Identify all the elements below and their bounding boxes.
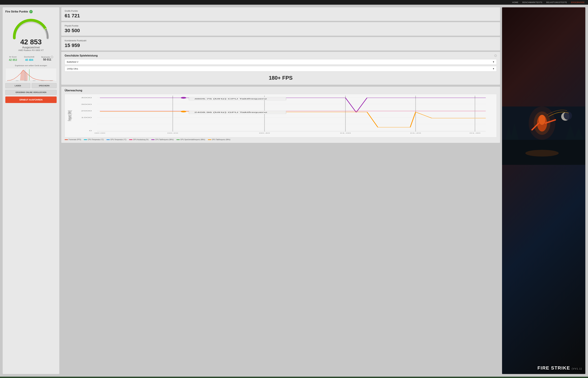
legend-framerate-color [65,139,68,140]
svg-point-37 [181,111,186,112]
kombinierte-value: 15 959 [65,42,497,48]
physik-card: Physik-Punkte 30 500 [61,22,500,36]
svg-point-58 [529,107,555,140]
fire-strike-logo-text: FIRE STRIKE (VV1.1) [537,365,582,371]
laden-button[interactable]: LADEN [5,83,30,88]
game-perf-title: Geschätzte Spieleleistung [65,54,98,57]
game-dropdown[interactable]: Battlefield V ▼ [65,59,497,65]
game-perf-info-icon: i [494,54,497,57]
nav-benchmarks[interactable]: BENCHMARKTESTS [522,1,542,3]
game-selected: Battlefield V [67,61,78,63]
svg-text:10000: 10000 [16,80,19,81]
kombinierte-card: Kombinierte Punktzahl 15 959 [61,37,500,51]
grafik-card: Grafik-Punkte 61 721 [61,7,500,21]
middle-panel: Grafik-Punkte 61 721 Physik-Punkte 30 50… [61,7,500,374]
physik-value: 30 500 [65,28,497,33]
svg-text:01:20: 01:20 [410,132,421,134]
fire-strike-version: (VV1.1) [572,367,582,370]
gauge-score: 42 853 [20,38,42,46]
legend-gpu-load: GPU-Auslastung (%) [129,139,149,140]
svg-point-59 [525,150,559,157]
gauge-rating: Ausgezeichnet [22,46,40,49]
legend-cpu-temp: CPU-Temperatur (°C) [84,139,104,140]
fire-strike-logo: FIRE STRIKE (VV1.1) [537,365,582,371]
legend-gpu-load-label: GPU-Auslastung (%) [133,139,149,140]
svg-text:01:40: 01:40 [470,132,480,134]
svg-text:50000: 50000 [50,80,53,81]
legend-gpu-freq-label: GPU Taktfrequenz (MHz) [212,139,231,140]
vergleichen-button[interactable]: ERGEBNIS ONLINE VERGLEICHEN [5,90,57,95]
fps-display: 180+ FPS [65,73,497,82]
legend-gpu-temp: GPU-Temperatur (°C) [106,139,126,140]
bestmarke-value: 50 011 [43,58,51,61]
durchschnitt-value: 40 484 [25,58,33,62]
monitoring-chart: 4000 3000 2000 1000 0 Frequenz (MHz) Gra… [65,94,497,137]
quality-selected: 1440p Ultra [67,68,78,70]
gauge-container: 42 853 Ausgezeichnet AMD Radeon RX 6900 … [5,16,57,52]
quality-dropdown-arrow: ▼ [492,68,495,70]
svg-text:40000: 40000 [41,80,44,81]
ausfuehren-button[interactable]: ERNEUT AUSFÜHREN [5,96,57,103]
svg-text:2408.96 (MHz) GPU Taktfrequenz: 2408.96 (MHz) GPU Taktfrequenz [194,111,267,113]
dropdown-row: Battlefield V ▼ 1440p Ultra ▼ [65,59,497,71]
score-comparison: Ihr Score 42 853 Durchschnitt 40 484 Bes… [5,56,57,62]
legend-gpu-mem-freq-label: GPU Speichertaktfrequenz (MHz) [180,139,205,140]
svg-text:20000: 20000 [24,80,27,81]
svg-text:00:40: 00:40 [259,132,270,134]
svg-text:3000: 3000 [81,103,92,105]
legend-gpu-freq: GPU Taktfrequenz (MHz) [208,139,231,140]
ihr-score-col: Ihr Score 42 853 [9,56,17,62]
svg-text:Frequenz (MHz): Frequenz (MHz) [67,110,72,121]
svg-text:00:20: 00:20 [167,132,178,134]
legend-gpu-freq-color [208,139,211,140]
nav-bar: HOME BENCHMARKTESTS BELASTUNGSTESTE ERGE… [0,0,588,5]
durchschnitt-label: Durchschnitt [24,56,34,58]
right-panel: FIRE STRIKE (VV1.1) [502,7,585,374]
quality-dropdown[interactable]: 1440p Ultra ▼ [65,66,497,71]
durchschnitt-col: Durchschnitt 40 484 [24,56,34,62]
svg-text:00:00: 00:00 [94,132,105,134]
legend-row: Framerate (FPS) CPU-Temperatur (°C) GPU-… [65,139,497,140]
check-icon: ✓ [29,10,33,13]
svg-text:1000: 1000 [81,117,92,118]
monitoring-section: Überwachung 4000 3000 2000 1000 0 [61,87,500,143]
svg-point-34 [181,97,186,99]
legend-framerate-label: Framerate (FPS) [69,139,81,140]
legend-framerate: Framerate (FPS) [65,139,81,140]
legend-gpu-mem-freq: GPU Speichertaktfrequenz (MHz) [176,139,205,140]
grafik-value: 61 721 [65,13,497,18]
legend-cpu-freq: CPU Taktfrequenz (MHz) [151,139,174,140]
fire-creature-svg [502,7,585,264]
game-perf-card: Geschätzte Spieleleistung i Battlefield … [61,52,500,85]
score-cards-container: Grafik-Punkte 61 721 Physik-Punkte 30 50… [61,7,500,85]
gauge-svg [11,16,51,40]
legend-gpu-temp-label: GPU-Temperatur (°C) [110,139,126,140]
legend-cpu-freq-color [151,139,155,140]
score-chart: 0 10000 20000 30000 40000 50000 [5,68,57,81]
nav-home[interactable]: HOME [512,1,518,3]
chart-label: Ergebnisse vom selben Gerät anzeigen [5,65,57,67]
legend-gpu-mem-freq-color [176,139,180,140]
nav-ergebnisse[interactable]: ERGEBNISSE [571,1,585,3]
info-icon: i [51,56,53,58]
btn-row-1: LADEN SPEICHERN [5,83,57,88]
legend-cpu-temp-label: CPU-Temperatur (°C) [88,139,104,140]
nav-belastung[interactable]: BELASTUNGSTESTE [546,1,567,3]
legend-gpu-load-color [129,139,132,140]
gpu-label: AMD Radeon RX 6900 XT [18,49,44,52]
panel-title: Fire Strike Punkte [5,10,28,13]
main-content: Fire Strike Punkte ✓ 42 853 Ausgezeichne… [0,5,588,377]
ihr-score-label: Ihr Score [9,56,17,58]
physik-title: Physik-Punkte [65,25,497,27]
top-section: Grafik-Punkte 61 721 Physik-Punkte 30 50… [61,7,500,85]
grafik-title: Grafik-Punkte [65,10,497,12]
fire-strike-image: FIRE STRIKE (VV1.1) [502,7,585,374]
svg-text:0: 0 [89,130,92,132]
svg-text:0: 0 [7,80,8,81]
kombinierte-title: Kombinierte Punktzahl [65,39,497,42]
svg-text:01:00: 01:00 [340,132,351,134]
legend-cpu-temp-color [84,139,87,140]
speichern-button[interactable]: SPEICHERN [32,83,57,88]
game-perf-header: Geschätzte Spieleleistung i [65,54,497,57]
svg-text:4000: 4000 [81,97,92,98]
